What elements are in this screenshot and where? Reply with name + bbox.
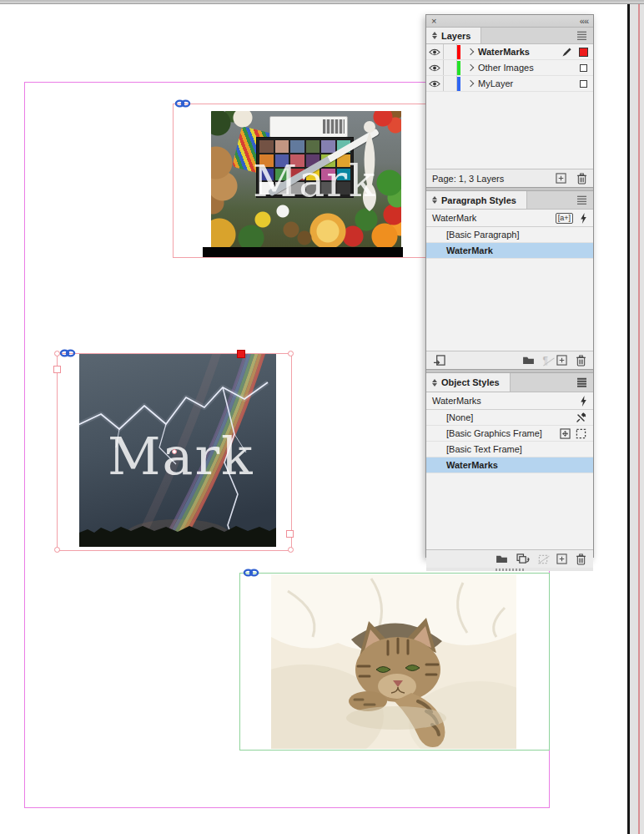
- cat-photo[interactable]: [271, 574, 516, 749]
- layer-name[interactable]: WaterMarks: [478, 47, 530, 57]
- paragraph-styles-toolbar: ¶: [426, 351, 593, 369]
- toolbar-bottom-strip: [0, 0, 644, 4]
- handle-left[interactable]: [53, 366, 61, 373]
- default-frame-dashed-icon: [576, 428, 586, 439]
- object-style-row-watermarks[interactable]: WaterMarks: [426, 457, 593, 473]
- link-icon: [174, 99, 191, 109]
- lock-toggle[interactable]: [444, 60, 457, 75]
- layer-name[interactable]: Other Images: [478, 63, 534, 73]
- style-name: WaterMarks: [446, 460, 498, 470]
- pasteboard: [630, 0, 644, 834]
- selection-proxy[interactable]: [580, 64, 587, 72]
- create-new-style-button[interactable]: [556, 355, 567, 366]
- image-frame-storm[interactable]: Mark: [57, 353, 292, 551]
- object-styles-tabrow: Object Styles: [426, 373, 593, 392]
- panel-resize-grip[interactable]: [426, 568, 593, 571]
- layers-panel-menu-icon[interactable]: [577, 31, 586, 40]
- layer-row-body: MyLayer: [457, 76, 593, 91]
- eye-icon: [429, 48, 440, 56]
- ruler-patches: [323, 119, 345, 134]
- selection-proxy-selected[interactable]: [579, 48, 588, 57]
- paragraph-style-row-watermark[interactable]: WaterMark: [426, 243, 593, 259]
- panel-collapse-icon: [432, 196, 437, 204]
- handle-top-right[interactable]: [288, 351, 294, 356]
- current-object-style: WaterMarks: [432, 396, 481, 406]
- clear-overrides-icon[interactable]: ¶: [543, 356, 548, 365]
- link-icon: [243, 568, 259, 578]
- delete-style-button[interactable]: [576, 553, 586, 565]
- handle-right[interactable]: [286, 530, 294, 538]
- object-styles-current: WaterMarks: [426, 392, 593, 410]
- quick-apply-lightning-icon[interactable]: [580, 396, 587, 407]
- redefine-style-icon[interactable]: [516, 553, 530, 564]
- colorchecker-cell: [290, 140, 304, 153]
- style-group-arrow-icon[interactable]: [433, 355, 445, 366]
- object-styles-panel-menu-icon[interactable]: [577, 378, 586, 387]
- handle-selected-red[interactable]: [237, 350, 245, 358]
- tab-object-styles[interactable]: Object Styles: [426, 373, 511, 392]
- panel-dock: × «« Layers WaterMarks: [425, 14, 594, 558]
- handle-bottom-right[interactable]: [288, 547, 294, 553]
- paragraph-style-row-basic[interactable]: [Basic Paragraph]: [426, 227, 593, 243]
- colorchecker-cell: [259, 140, 274, 153]
- delete-style-button[interactable]: [576, 355, 586, 366]
- expand-chevron-icon[interactable]: [467, 64, 474, 71]
- panel-collapse-icon: [432, 379, 437, 387]
- selection-proxy[interactable]: [580, 80, 587, 88]
- layer-row-other-images[interactable]: Other Images: [426, 60, 593, 76]
- object-style-row-basic-graphics[interactable]: [Basic Graphics Frame]: [426, 426, 593, 442]
- layers-list: WaterMarks Other Images: [426, 44, 593, 169]
- indesign-workspace: Mark: [0, 0, 644, 834]
- layer-row-mylayer[interactable]: MyLayer: [426, 76, 593, 92]
- new-style-group-folder-icon[interactable]: [522, 356, 535, 365]
- pen-icon: [561, 47, 572, 58]
- style-name: [Basic Graphics Frame]: [446, 428, 542, 438]
- quick-apply-lightning-icon[interactable]: [580, 213, 587, 224]
- visibility-toggle[interactable]: [426, 60, 444, 75]
- style-name: WaterMark: [446, 245, 493, 255]
- expand-chevron-icon[interactable]: [467, 80, 474, 87]
- paragraph-styles-panel-menu-icon[interactable]: [577, 195, 586, 205]
- frame-center-point[interactable]: [172, 449, 177, 454]
- style-override-badge-icon[interactable]: [a+]: [556, 213, 573, 224]
- object-styles-list: [None] [Basic Graphics Frame] [Basic Tex…: [426, 410, 593, 549]
- visibility-toggle[interactable]: [426, 44, 444, 59]
- new-layer-button[interactable]: [556, 173, 566, 184]
- delete-layer-button[interactable]: [576, 173, 587, 184]
- tab-paragraph-styles[interactable]: Paragraph Styles: [426, 191, 527, 209]
- lock-toggle[interactable]: [444, 76, 457, 91]
- current-paragraph-style: WaterMark: [432, 213, 476, 223]
- panel-collapse-icon: [432, 32, 437, 39]
- expand-chevron-icon[interactable]: [467, 48, 474, 55]
- paragraph-styles-list: [Basic Paragraph] WaterMark: [426, 227, 593, 351]
- panel-group-titlebar: × ««: [426, 15, 593, 28]
- photo-black-bar: [203, 247, 403, 257]
- clear-object-overrides-icon[interactable]: [538, 554, 548, 564]
- link-icon: [59, 348, 76, 358]
- new-style-group-folder-icon[interactable]: [496, 554, 508, 564]
- tab-layers[interactable]: Layers: [426, 28, 481, 43]
- create-new-style-button[interactable]: [556, 553, 567, 564]
- layer-color-bar: [457, 77, 460, 91]
- style-name: [Basic Text Frame]: [446, 444, 522, 454]
- lock-toggle[interactable]: [444, 44, 457, 59]
- handle-bottom-left[interactable]: [54, 547, 60, 553]
- layer-name[interactable]: MyLayer: [478, 78, 513, 88]
- colorchecker-cell: [275, 140, 289, 153]
- object-style-row-none[interactable]: [None]: [426, 410, 593, 426]
- object-style-row-basic-text[interactable]: [Basic Text Frame]: [426, 442, 593, 457]
- image-frame-cat[interactable]: [239, 573, 550, 751]
- watermark-text-fruits[interactable]: Mark: [253, 156, 377, 206]
- collapse-panels-icon[interactable]: ««: [580, 16, 588, 26]
- layers-tab-label: Layers: [441, 31, 470, 41]
- handle-top-left[interactable]: [54, 351, 60, 356]
- layer-color-bar: [457, 61, 460, 75]
- visibility-toggle[interactable]: [426, 76, 444, 91]
- layers-tabrow: Layers: [426, 28, 593, 44]
- watermark-text-storm[interactable]: Mark: [108, 426, 254, 487]
- bleed-guide: [638, 0, 640, 834]
- layer-row-watermarks[interactable]: WaterMarks: [426, 44, 593, 60]
- close-icon[interactable]: ×: [431, 16, 436, 26]
- layer-row-body: WaterMarks: [457, 44, 593, 59]
- object-styles-toolbar: [426, 549, 593, 568]
